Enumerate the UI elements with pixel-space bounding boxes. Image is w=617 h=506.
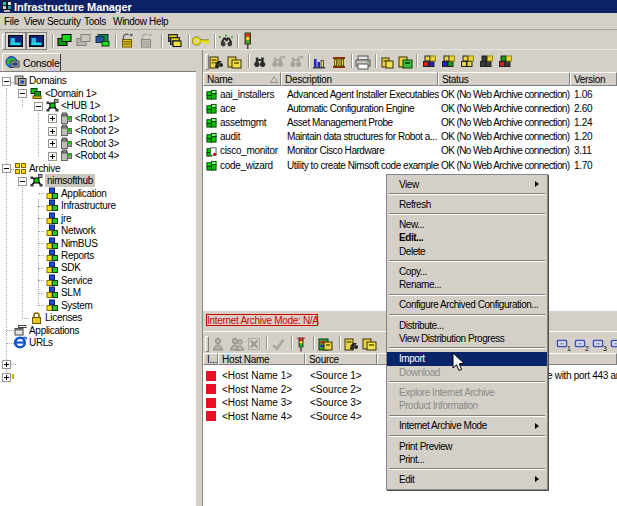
svg-text:2: 2	[585, 345, 589, 352]
svg-text:1: 1	[567, 345, 571, 352]
svg-text:3: 3	[603, 345, 607, 352]
